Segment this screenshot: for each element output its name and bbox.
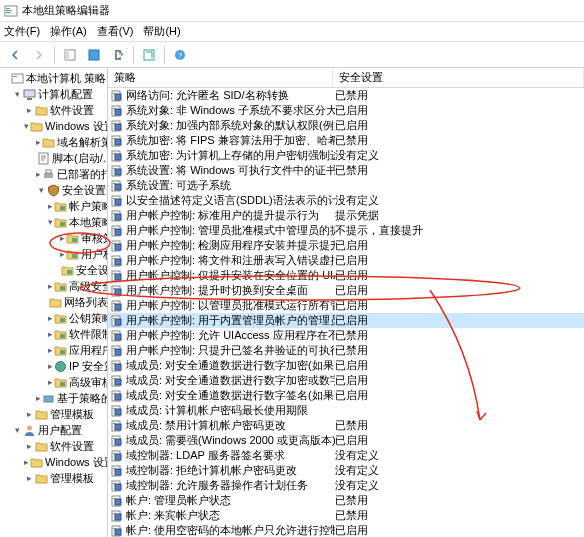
tree-item[interactable]: ▸审核策… — [0, 230, 107, 246]
export-button[interactable] — [107, 44, 129, 66]
policy-row[interactable]: 用户帐户控制: 检测应用程序安装并提示提升已启用 — [108, 238, 584, 253]
policy-row[interactable]: 域控制器: LDAP 服务器签名要求没有定义 — [108, 448, 584, 463]
tree-item[interactable]: ▾Windows 设置 — [0, 118, 107, 134]
expand-icon[interactable]: ▸ — [24, 105, 34, 115]
tree-item[interactable]: ▸帐户策略 — [0, 198, 107, 214]
expand-icon[interactable]: ▸ — [24, 457, 29, 467]
tree-item[interactable]: ▸用户权… — [0, 246, 107, 262]
tree-item[interactable]: ▸已部署的打… — [0, 166, 107, 182]
tree-item[interactable]: ▾本地策略 — [0, 214, 107, 230]
policy-row[interactable]: 用户帐户控制: 只提升已签名并验证的可执行文件已禁用 — [108, 343, 584, 358]
tree-item[interactable]: ▾用户配置 — [0, 422, 107, 438]
collapse-icon[interactable]: ▾ — [12, 89, 22, 99]
tree-item[interactable]: 脚本(启动/… — [0, 150, 107, 166]
tree-item[interactable]: ▸IP 安全策… — [0, 358, 107, 374]
svg-rect-97 — [115, 424, 121, 430]
expand-icon[interactable]: ▸ — [36, 169, 41, 179]
tree-item[interactable]: ▸软件设置 — [0, 102, 107, 118]
tree-item[interactable]: ▸公钥策略 — [0, 310, 107, 326]
expand-icon[interactable]: ▸ — [36, 137, 41, 147]
tree-item[interactable]: ▾安全设置 — [0, 182, 107, 198]
list-pane[interactable]: 策略 安全设置 网络访问: 允许匿名 SID/名称转换已禁用系统对象: 非 Wi… — [108, 68, 584, 537]
column-setting[interactable]: 安全设置 — [333, 68, 584, 87]
tree-item[interactable]: ▸高级审核… — [0, 374, 107, 390]
policy-row[interactable]: 系统对象: 非 Windows 子系统不要求区分大小写已启用 — [108, 103, 584, 118]
policy-row[interactable]: 域成员: 对安全通道数据进行数字签名(如果可能)已启用 — [108, 388, 584, 403]
policy-row[interactable]: 用户帐户控制: 允许 UIAccess 应用程序在不使用安全桌面…已禁用 — [108, 328, 584, 343]
policy-row[interactable]: 系统设置: 将 Windows 可执行文件中的证书规则用于软件…已禁用 — [108, 163, 584, 178]
collapse-icon[interactable]: ▾ — [36, 185, 46, 195]
tree-item[interactable]: ▸Windows 设置 — [0, 454, 107, 470]
policy-setting: 已启用 — [335, 283, 368, 298]
expand-icon[interactable]: ▸ — [24, 409, 34, 419]
tree-item[interactable]: ▸软件限制… — [0, 326, 107, 342]
menu-file[interactable]: 文件(F) — [4, 24, 40, 39]
policy-row[interactable]: 系统加密: 将 FIPS 兼容算法用于加密、哈希和签名已禁用 — [108, 133, 584, 148]
collapse-icon[interactable]: ▾ — [12, 425, 22, 435]
folder-s-icon — [66, 248, 79, 261]
policy-row[interactable]: 系统设置: 可选子系统 — [108, 178, 584, 193]
expand-icon[interactable]: ▸ — [48, 361, 53, 371]
svg-point-29 — [27, 425, 32, 430]
policy-row[interactable]: 域控制器: 允许服务器操作者计划任务没有定义 — [108, 478, 584, 493]
expand-icon[interactable]: ▸ — [60, 249, 65, 259]
policy-row[interactable]: 域成员: 对安全通道数据进行数字加密(如果可能)已启用 — [108, 358, 584, 373]
policy-row[interactable]: 域控制器: 拒绝计算机帐户密码更改没有定义 — [108, 463, 584, 478]
expand-icon[interactable]: ▸ — [48, 201, 53, 211]
policy-row[interactable]: 用户帐户控制: 以管理员批准模式运行所有管理员已启用 — [108, 298, 584, 313]
policy-row[interactable]: 以安全描述符定义语言(SDDL)语法表示的计算机访问限制没有定义 — [108, 193, 584, 208]
menu-action[interactable]: 操作(A) — [50, 24, 87, 39]
tree-item[interactable]: ▸基于策略的… — [0, 390, 107, 406]
policy-row[interactable]: 系统对象: 加强内部系统对象的默认权限(例如, 符号链接)已启用 — [108, 118, 584, 133]
tree-pane[interactable]: 本地计算机 策略▾计算机配置▸软件设置▾Windows 设置▸域名解析策略脚本(… — [0, 68, 108, 537]
policy-setting: 已启用 — [335, 268, 368, 283]
tree-item[interactable]: ▾计算机配置 — [0, 86, 107, 102]
policy-row[interactable]: 用户帐户控制: 标准用户的提升提示行为提示凭据 — [108, 208, 584, 223]
policy-row[interactable]: 帐户: 管理员帐户状态已禁用 — [108, 493, 584, 508]
expand-icon[interactable]: ▸ — [60, 233, 65, 243]
refresh-button[interactable] — [138, 44, 160, 66]
tree-item[interactable]: ▸软件设置 — [0, 438, 107, 454]
tree-item[interactable]: 网络列表… — [0, 294, 107, 310]
expand-icon[interactable]: ▸ — [48, 345, 53, 355]
show-hide-tree-button[interactable] — [59, 44, 81, 66]
expand-icon[interactable]: ▸ — [48, 313, 53, 323]
collapse-icon[interactable]: ▾ — [48, 217, 53, 227]
policy-row[interactable]: 域成员: 计算机帐户密码最长使用期限 — [108, 403, 584, 418]
policy-row[interactable]: 用户帐户控制: 用于内置管理员帐户的管理员批准模式已启用 — [108, 313, 584, 328]
back-button[interactable] — [4, 44, 26, 66]
policy-row[interactable]: 用户帐户控制: 管理员批准模式中管理员的提升权限提示的…不提示，直接提升 — [108, 223, 584, 238]
policy-row[interactable]: 用户帐户控制: 将文件和注册表写入错误虚拟化到每用户位置已启用 — [108, 253, 584, 268]
policy-row[interactable]: 域成员: 对安全通道数据进行数字加密或数字签名(始终)已启用 — [108, 373, 584, 388]
collapse-icon[interactable]: ▾ — [24, 121, 29, 131]
expand-icon[interactable]: ▸ — [24, 441, 34, 451]
tree-item[interactable]: 本地计算机 策略 — [0, 70, 107, 86]
policy-row[interactable]: 帐户: 来宾帐户状态已禁用 — [108, 508, 584, 523]
policy-row[interactable]: 域成员: 需要强(Windows 2000 或更高版本)会话密钥已启用 — [108, 433, 584, 448]
policy-row[interactable]: 用户帐户控制: 提升时切换到安全桌面已启用 — [108, 283, 584, 298]
expand-icon[interactable]: ▸ — [24, 473, 34, 483]
policy-row[interactable]: 帐户: 使用空密码的本地帐户只允许进行控制台登录已启用 — [108, 523, 584, 537]
expand-icon[interactable]: ▸ — [48, 281, 53, 291]
menu-view[interactable]: 查看(V) — [97, 24, 134, 39]
help-button[interactable]: ? — [169, 44, 191, 66]
svg-rect-79 — [115, 334, 121, 340]
tree-item[interactable]: ▸应用程序… — [0, 342, 107, 358]
menu-help[interactable]: 帮助(H) — [143, 24, 180, 39]
expand-icon[interactable]: ▸ — [48, 377, 53, 387]
tree-item[interactable]: ▸管理模板 — [0, 406, 107, 422]
tree-item[interactable]: ▸域名解析策略 — [0, 134, 107, 150]
expand-icon[interactable]: ▸ — [36, 393, 41, 403]
tree-item[interactable]: 安全设… — [0, 262, 107, 278]
tree-item[interactable]: ▸高级安全… — [0, 278, 107, 294]
expand-icon[interactable]: ▸ — [48, 329, 53, 339]
folder-icon — [35, 440, 48, 453]
forward-button[interactable] — [28, 44, 50, 66]
properties-button[interactable] — [83, 44, 105, 66]
tree-item[interactable]: ▸管理模板 — [0, 470, 107, 486]
policy-row[interactable]: 网络访问: 允许匿名 SID/名称转换已禁用 — [108, 88, 584, 103]
policy-row[interactable]: 用户帐户控制: 仅提升安装在安全位置的 UIAccess 应用程序已启用 — [108, 268, 584, 283]
policy-row[interactable]: 域成员: 禁用计算机帐户密码更改已禁用 — [108, 418, 584, 433]
policy-row[interactable]: 系统加密: 为计算机上存储的用户密钥强制进行强密钥保护没有定义 — [108, 148, 584, 163]
column-policy[interactable]: 策略 — [108, 68, 333, 87]
